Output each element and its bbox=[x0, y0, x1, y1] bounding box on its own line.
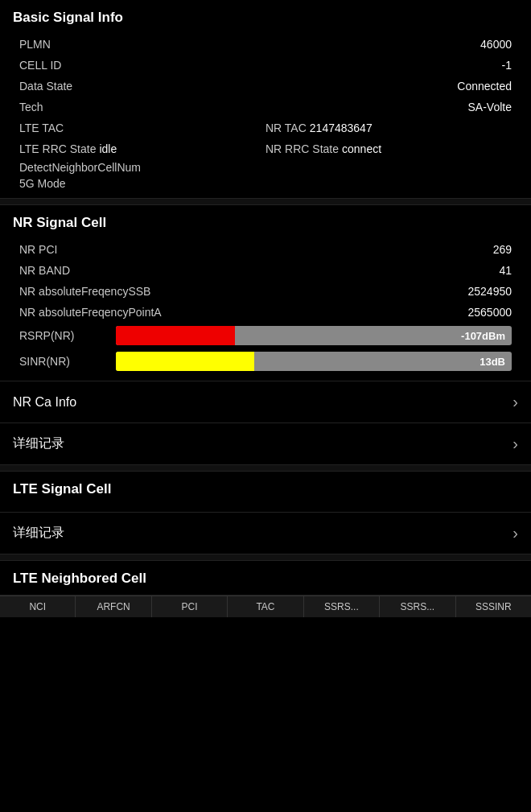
detect-neighbor-label: DetectNeighborCellNum bbox=[13, 159, 518, 175]
plmn-label: PLMN bbox=[19, 38, 51, 51]
nr-freq-pointa-row: NR absoluteFreqencyPointA 2565000 bbox=[13, 302, 518, 323]
nr-band-label: NR BAND bbox=[19, 264, 70, 277]
cell-id-row: CELL ID -1 bbox=[13, 55, 518, 76]
lte-rrc-label: LTE RRC State bbox=[19, 142, 96, 155]
nr-freq-ssb-label: NR absoluteFreqencySSB bbox=[19, 285, 150, 298]
nr-tac-label: NR TAC bbox=[266, 122, 307, 134]
rrc-row: LTE RRC State idle NR RRC State connect bbox=[13, 138, 518, 159]
nr-signal-title: NR Signal Cell bbox=[13, 215, 518, 231]
data-state-row: Data State Connected bbox=[13, 76, 518, 97]
tech-label: Tech bbox=[19, 101, 43, 113]
5g-mode-label: 5G Mode bbox=[13, 175, 518, 192]
tech-value: SA-Volte bbox=[468, 101, 512, 113]
nr-signal-section: NR Signal Cell NR PCI 269 NR BAND 41 NR … bbox=[0, 205, 531, 381]
detailed-record-2-arrow: › bbox=[512, 524, 518, 542]
nr-tac-value: 2147483647 bbox=[310, 122, 373, 134]
tech-row: Tech SA-Volte bbox=[13, 97, 518, 117]
sinr-row: SINR(NR) 13dB bbox=[13, 348, 518, 374]
col-sssinr: SSSINR bbox=[456, 596, 531, 617]
nr-ca-info-label: NR Ca Info bbox=[13, 395, 76, 410]
sinr-value: 13dB bbox=[480, 356, 505, 368]
lte-rrc-value: idle bbox=[99, 142, 117, 155]
plmn-row: PLMN 46000 bbox=[13, 34, 518, 55]
sinr-label: SINR(NR) bbox=[19, 355, 116, 368]
data-state-label: Data State bbox=[19, 80, 72, 93]
cell-id-label: CELL ID bbox=[19, 59, 61, 72]
lte-signal-title: LTE Signal Cell bbox=[13, 481, 518, 497]
detailed-record-1-arrow: › bbox=[512, 435, 518, 453]
nr-freq-pointa-label: NR absoluteFreqencyPointA bbox=[19, 306, 162, 319]
nr-ca-info-arrow: › bbox=[512, 393, 518, 411]
main-page: Basic Signal Info PLMN 46000 CELL ID -1 … bbox=[0, 0, 531, 812]
nr-rrc-value: connect bbox=[342, 142, 381, 155]
detailed-record-1-label: 详细记录 bbox=[13, 435, 64, 452]
nr-band-value: 41 bbox=[499, 264, 512, 277]
rsrp-row: RSRP(NR) -107dBm bbox=[13, 323, 518, 348]
col-pci: PCI bbox=[152, 596, 228, 617]
nr-pci-label: NR PCI bbox=[19, 243, 57, 256]
col-nci: NCI bbox=[0, 596, 76, 617]
col-tac: TAC bbox=[228, 596, 303, 617]
nr-ca-info-row[interactable]: NR Ca Info › bbox=[0, 381, 531, 423]
rsrp-label: RSRP(NR) bbox=[19, 329, 116, 342]
tac-row: LTE TAC NR TAC 2147483647 bbox=[13, 117, 518, 138]
nr-pci-row: NR PCI 269 bbox=[13, 239, 518, 260]
lte-signal-section: LTE Signal Cell bbox=[0, 472, 531, 513]
basic-signal-title: Basic Signal Info bbox=[13, 10, 518, 26]
rsrp-fill bbox=[116, 326, 235, 345]
nr-rrc-label: NR RRC State bbox=[266, 142, 339, 155]
col-ssrs1: SSRS... bbox=[304, 596, 380, 617]
data-state-value: Connected bbox=[457, 80, 512, 93]
plmn-value: 46000 bbox=[480, 38, 512, 51]
nr-freq-ssb-row: NR absoluteFreqencySSB 2524950 bbox=[13, 281, 518, 302]
sinr-fill bbox=[116, 352, 254, 371]
cell-id-value: -1 bbox=[502, 59, 512, 72]
lte-neighbored-section: LTE Neighbored Cell bbox=[0, 561, 531, 596]
sinr-bar: 13dB bbox=[116, 352, 512, 371]
nr-band-row: NR BAND 41 bbox=[13, 260, 518, 281]
rsrp-bar: -107dBm bbox=[116, 326, 512, 345]
detailed-record-2-label: 详细记录 bbox=[13, 525, 64, 542]
rsrp-value: -107dBm bbox=[461, 330, 505, 342]
detailed-record-1-row[interactable]: 详细记录 › bbox=[0, 423, 531, 465]
col-ssrs2: SSRS... bbox=[380, 596, 455, 617]
nr-freq-pointa-value: 2565000 bbox=[467, 306, 512, 319]
lte-neighbored-title: LTE Neighbored Cell bbox=[13, 571, 518, 587]
nr-pci-value: 269 bbox=[493, 243, 512, 256]
lte-tac-label: LTE TAC bbox=[19, 122, 64, 134]
detailed-record-2-row[interactable]: 详细记录 › bbox=[0, 513, 531, 554]
basic-signal-section: Basic Signal Info PLMN 46000 CELL ID -1 … bbox=[0, 0, 531, 199]
lte-neighbored-table-header: NCI ARFCN PCI TAC SSRS... SSRS... SSSINR bbox=[0, 596, 531, 617]
col-arfcn: ARFCN bbox=[76, 596, 151, 617]
nr-freq-ssb-value: 2524950 bbox=[467, 285, 512, 298]
